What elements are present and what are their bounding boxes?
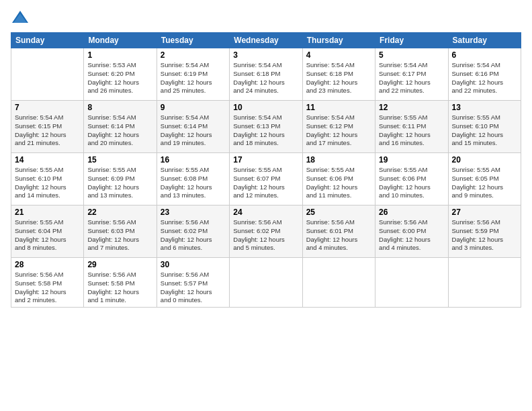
calendar-cell <box>302 258 375 308</box>
weekday-header-sunday: Sunday <box>11 33 84 48</box>
cell-content: Sunrise: 5:56 AMSunset: 6:02 PMDaylight:… <box>233 218 298 253</box>
calendar-cell: 24Sunrise: 5:56 AMSunset: 6:02 PMDayligh… <box>230 205 302 258</box>
cell-content: Sunrise: 5:55 AMSunset: 6:11 PMDaylight:… <box>379 113 444 148</box>
calendar-cell: 1Sunrise: 5:53 AMSunset: 6:20 PMDaylight… <box>84 48 157 101</box>
cell-content: Sunrise: 5:54 AMSunset: 6:17 PMDaylight:… <box>379 61 444 95</box>
day-number: 29 <box>87 260 152 269</box>
day-number: 8 <box>87 103 152 112</box>
calendar-cell: 11Sunrise: 5:54 AMSunset: 6:12 PMDayligh… <box>302 101 375 153</box>
calendar-cell: 15Sunrise: 5:55 AMSunset: 6:09 PMDayligh… <box>84 153 157 205</box>
page: SundayMondayTuesdayWednesdayThursdayFrid… <box>0 0 532 411</box>
day-number: 23 <box>161 208 226 217</box>
calendar-week-row: 1Sunrise: 5:53 AMSunset: 6:20 PMDaylight… <box>11 48 521 101</box>
day-number: 19 <box>379 155 444 165</box>
weekday-header-wednesday: Wednesday <box>230 33 302 48</box>
cell-content: Sunrise: 5:56 AMSunset: 5:58 PMDaylight:… <box>87 271 152 305</box>
calendar-week-row: 7Sunrise: 5:54 AMSunset: 6:15 PMDaylight… <box>11 101 521 153</box>
day-number: 3 <box>233 50 298 60</box>
weekday-header-row: SundayMondayTuesdayWednesdayThursdayFrid… <box>11 33 521 48</box>
calendar-cell: 27Sunrise: 5:56 AMSunset: 5:59 PMDayligh… <box>448 205 521 258</box>
calendar: SundayMondayTuesdayWednesdayThursdayFrid… <box>11 32 521 308</box>
day-number: 28 <box>15 260 80 269</box>
day-number: 11 <box>306 103 371 112</box>
day-number: 6 <box>452 50 517 60</box>
calendar-cell: 6Sunrise: 5:54 AMSunset: 6:16 PMDaylight… <box>448 48 521 101</box>
cell-content: Sunrise: 5:54 AMSunset: 6:18 PMDaylight:… <box>233 61 298 95</box>
cell-content: Sunrise: 5:56 AMSunset: 6:03 PMDaylight:… <box>87 218 152 253</box>
calendar-cell: 12Sunrise: 5:55 AMSunset: 6:11 PMDayligh… <box>375 101 448 153</box>
calendar-cell: 19Sunrise: 5:55 AMSunset: 6:06 PMDayligh… <box>375 153 448 205</box>
cell-content: Sunrise: 5:56 AMSunset: 6:02 PMDaylight:… <box>161 218 226 253</box>
weekday-header-monday: Monday <box>84 33 157 48</box>
day-number: 17 <box>233 155 298 165</box>
day-number: 20 <box>452 155 517 165</box>
calendar-cell: 26Sunrise: 5:56 AMSunset: 6:00 PMDayligh… <box>375 205 448 258</box>
calendar-cell: 3Sunrise: 5:54 AMSunset: 6:18 PMDaylight… <box>230 48 302 101</box>
calendar-cell <box>375 258 448 308</box>
calendar-cell: 20Sunrise: 5:55 AMSunset: 6:05 PMDayligh… <box>448 153 521 205</box>
day-number: 5 <box>379 50 444 60</box>
calendar-cell: 4Sunrise: 5:54 AMSunset: 6:18 PMDaylight… <box>302 48 375 101</box>
calendar-cell: 5Sunrise: 5:54 AMSunset: 6:17 PMDaylight… <box>375 48 448 101</box>
logo-icon <box>11 8 30 27</box>
cell-content: Sunrise: 5:55 AMSunset: 6:06 PMDaylight:… <box>306 166 371 200</box>
cell-content: Sunrise: 5:55 AMSunset: 6:08 PMDaylight:… <box>161 166 226 200</box>
cell-content: Sunrise: 5:56 AMSunset: 6:01 PMDaylight:… <box>306 218 371 253</box>
day-number: 27 <box>452 208 517 217</box>
cell-content: Sunrise: 5:53 AMSunset: 6:20 PMDaylight:… <box>87 61 152 95</box>
cell-content: Sunrise: 5:56 AMSunset: 5:58 PMDaylight:… <box>15 271 80 305</box>
day-number: 14 <box>15 155 80 165</box>
cell-content: Sunrise: 5:55 AMSunset: 6:10 PMDaylight:… <box>15 166 80 200</box>
cell-content: Sunrise: 5:55 AMSunset: 6:04 PMDaylight:… <box>15 218 80 253</box>
cell-content: Sunrise: 5:54 AMSunset: 6:15 PMDaylight:… <box>15 113 80 148</box>
day-number: 9 <box>161 103 226 112</box>
cell-content: Sunrise: 5:55 AMSunset: 6:05 PMDaylight:… <box>452 166 517 200</box>
calendar-cell: 2Sunrise: 5:54 AMSunset: 6:19 PMDaylight… <box>157 48 229 101</box>
cell-content: Sunrise: 5:54 AMSunset: 6:19 PMDaylight:… <box>161 61 226 95</box>
weekday-header-thursday: Thursday <box>302 33 375 48</box>
weekday-header-tuesday: Tuesday <box>157 33 229 48</box>
day-number: 2 <box>161 50 226 60</box>
cell-content: Sunrise: 5:54 AMSunset: 6:18 PMDaylight:… <box>306 61 371 95</box>
day-number: 12 <box>379 103 444 112</box>
cell-content: Sunrise: 5:54 AMSunset: 6:16 PMDaylight:… <box>452 61 517 95</box>
cell-content: Sunrise: 5:54 AMSunset: 6:14 PMDaylight:… <box>161 113 226 148</box>
calendar-cell: 13Sunrise: 5:55 AMSunset: 6:10 PMDayligh… <box>448 101 521 153</box>
calendar-cell: 17Sunrise: 5:55 AMSunset: 6:07 PMDayligh… <box>230 153 302 205</box>
day-number: 16 <box>161 155 226 165</box>
cell-content: Sunrise: 5:54 AMSunset: 6:12 PMDaylight:… <box>306 113 371 148</box>
cell-content: Sunrise: 5:55 AMSunset: 6:07 PMDaylight:… <box>233 166 298 200</box>
logo <box>11 8 32 27</box>
calendar-cell: 30Sunrise: 5:56 AMSunset: 5:57 PMDayligh… <box>157 258 229 308</box>
day-number: 30 <box>161 260 226 269</box>
calendar-cell: 7Sunrise: 5:54 AMSunset: 6:15 PMDaylight… <box>11 101 84 153</box>
day-number: 7 <box>15 103 80 112</box>
calendar-cell: 14Sunrise: 5:55 AMSunset: 6:10 PMDayligh… <box>11 153 84 205</box>
calendar-cell: 25Sunrise: 5:56 AMSunset: 6:01 PMDayligh… <box>302 205 375 258</box>
calendar-week-row: 14Sunrise: 5:55 AMSunset: 6:10 PMDayligh… <box>11 153 521 205</box>
day-number: 18 <box>306 155 371 165</box>
weekday-header-saturday: Saturday <box>448 33 521 48</box>
day-number: 22 <box>87 208 152 217</box>
cell-content: Sunrise: 5:54 AMSunset: 6:13 PMDaylight:… <box>233 113 298 148</box>
day-number: 1 <box>87 50 152 60</box>
cell-content: Sunrise: 5:55 AMSunset: 6:06 PMDaylight:… <box>379 166 444 200</box>
calendar-cell: 21Sunrise: 5:55 AMSunset: 6:04 PMDayligh… <box>11 205 84 258</box>
cell-content: Sunrise: 5:55 AMSunset: 6:10 PMDaylight:… <box>452 113 517 148</box>
weekday-header-friday: Friday <box>375 33 448 48</box>
cell-content: Sunrise: 5:56 AMSunset: 6:00 PMDaylight:… <box>379 218 444 253</box>
calendar-week-row: 21Sunrise: 5:55 AMSunset: 6:04 PMDayligh… <box>11 205 521 258</box>
cell-content: Sunrise: 5:56 AMSunset: 5:59 PMDaylight:… <box>452 218 517 253</box>
calendar-cell <box>230 258 302 308</box>
calendar-cell: 8Sunrise: 5:54 AMSunset: 6:14 PMDaylight… <box>84 101 157 153</box>
day-number: 24 <box>233 208 298 217</box>
cell-content: Sunrise: 5:55 AMSunset: 6:09 PMDaylight:… <box>87 166 152 200</box>
day-number: 21 <box>15 208 80 217</box>
calendar-cell: 9Sunrise: 5:54 AMSunset: 6:14 PMDaylight… <box>157 101 229 153</box>
header <box>11 8 521 27</box>
day-number: 10 <box>233 103 298 112</box>
calendar-cell: 18Sunrise: 5:55 AMSunset: 6:06 PMDayligh… <box>302 153 375 205</box>
day-number: 4 <box>306 50 371 60</box>
calendar-body: 1Sunrise: 5:53 AMSunset: 6:20 PMDaylight… <box>11 48 521 308</box>
cell-content: Sunrise: 5:56 AMSunset: 5:57 PMDaylight:… <box>161 271 226 305</box>
